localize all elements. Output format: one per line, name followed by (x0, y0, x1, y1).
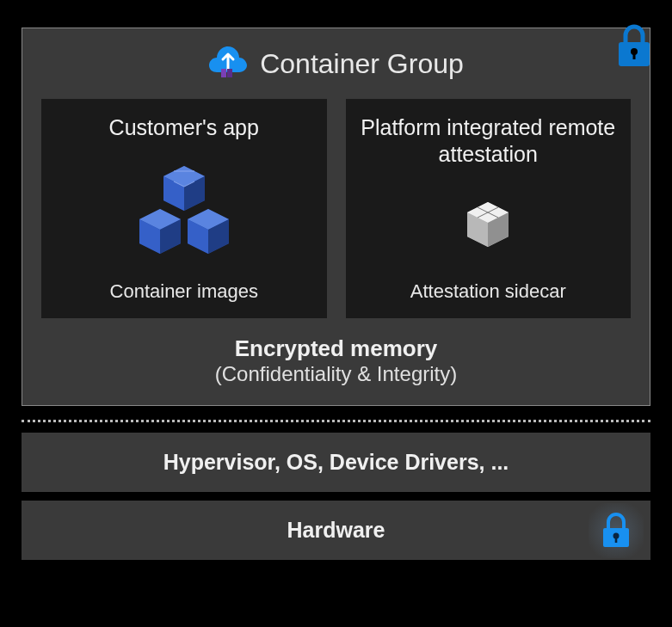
encrypted-memory-subtitle: (Confidentiality & Integrity) (41, 362, 631, 386)
container-group-header: Container Group (41, 44, 631, 83)
encrypted-memory-section: Encrypted memory (Confidentiality & Inte… (41, 335, 631, 386)
hypervisor-layer: Hypervisor, OS, Device Drivers, ... (22, 433, 650, 492)
attestation-box: Platform integrated remote attestation A… (346, 99, 632, 318)
container-boxes-row: Customer's app (41, 99, 631, 318)
separator-dotted (22, 420, 650, 422)
svg-rect-7 (615, 537, 618, 543)
attestation-footer: Attestation sidecar (410, 280, 566, 303)
svg-rect-3 (221, 69, 226, 77)
attestation-sidecar-icon (462, 175, 514, 274)
attestation-title: Platform integrated remote attestation (358, 114, 620, 169)
customer-app-footer: Container images (110, 280, 258, 303)
customer-app-title: Customer's app (109, 114, 259, 141)
container-group-title: Container Group (260, 48, 464, 80)
cloud-upload-icon (208, 44, 248, 83)
lock-icon (589, 503, 644, 558)
hardware-label: Hardware (287, 518, 385, 542)
hypervisor-label: Hypervisor, OS, Device Drivers, ... (163, 450, 509, 474)
container-group-panel: Container Group Customer's app (22, 28, 650, 406)
svg-rect-4 (227, 69, 232, 77)
hardware-layer: Hardware (22, 501, 650, 560)
container-images-icon (128, 148, 240, 274)
customer-app-box: Customer's app (41, 99, 327, 318)
encrypted-memory-title: Encrypted memory (41, 335, 631, 362)
lock-icon (613, 23, 655, 71)
svg-rect-2 (633, 52, 636, 59)
